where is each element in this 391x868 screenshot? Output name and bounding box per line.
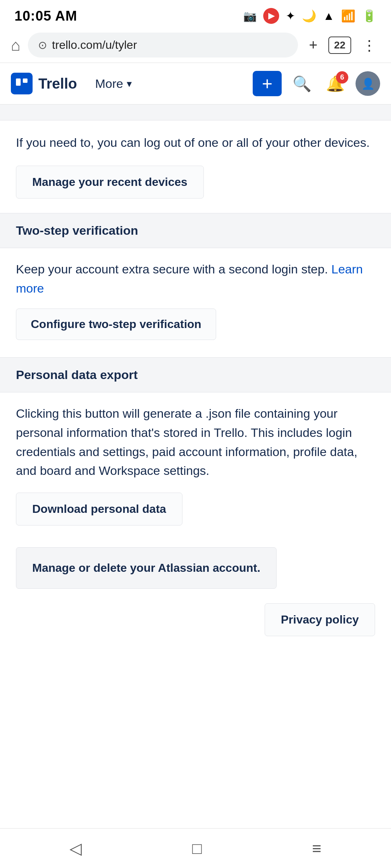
status-bar: 10:05 AM 📷 ▶ ✦ 🌙 ▲ 📶 🔋 — [0, 0, 391, 29]
android-nav: ◁ □ ≡ — [0, 828, 391, 868]
atlassian-account-button[interactable]: Manage or delete your Atlassian account. — [16, 547, 277, 589]
rec-icon: ▶ — [263, 8, 279, 24]
scrolled-section — [0, 105, 391, 120]
moon-icon: 🌙 — [302, 9, 316, 23]
wifi-icon: 📶 — [341, 9, 356, 23]
two-step-header: Two-step verification — [0, 213, 391, 248]
personal-data-header: Personal data export — [0, 357, 391, 392]
search-icon: 🔍 — [293, 75, 311, 92]
battery-icon: 🔋 — [362, 9, 377, 23]
back-button[interactable]: ◁ — [62, 832, 89, 865]
add-button[interactable]: + — [253, 71, 282, 96]
trello-logo: Trello — [11, 73, 77, 94]
download-personal-data-button[interactable]: Download personal data — [16, 493, 182, 526]
configure-verification-button[interactable]: Configure two-step verification — [16, 309, 216, 340]
trello-logo-text: Trello — [38, 76, 77, 92]
browser-menu-button[interactable]: ⋮ — [358, 35, 380, 55]
bluetooth-icon: ✦ — [286, 9, 295, 23]
home-nav-button[interactable]: □ — [185, 832, 209, 865]
svg-rect-1 — [23, 78, 28, 83]
privacy-section: Privacy policy — [0, 603, 391, 658]
tab-count[interactable]: 22 — [328, 37, 351, 54]
add-icon: + — [262, 73, 272, 94]
device-logout-text: If you need to, you can log out of one o… — [0, 120, 391, 162]
trello-logo-icon — [11, 73, 33, 94]
new-tab-button[interactable]: + — [305, 35, 321, 55]
svg-rect-0 — [16, 78, 21, 86]
browser-toolbar: ⌂ ⊙ trello.com/u/tyler + 22 ⋮ — [11, 33, 380, 58]
chevron-down-icon: ▾ — [127, 78, 132, 90]
browser-chrome: ⌂ ⊙ trello.com/u/tyler + 22 ⋮ — [0, 29, 391, 63]
two-step-description: Keep your account extra secure with a se… — [0, 248, 391, 306]
camera-icon: 📷 — [243, 10, 257, 22]
more-menu-button[interactable]: More ▾ — [88, 72, 139, 96]
status-time: 10:05 AM — [14, 8, 77, 24]
home-button[interactable]: ⌂ — [11, 36, 21, 54]
export-description: Clicking this button will generate a .js… — [0, 392, 391, 490]
privacy-policy-button[interactable]: Privacy policy — [265, 603, 375, 636]
more-label: More — [95, 77, 123, 91]
site-icon: ⊙ — [38, 39, 47, 51]
notifications-button[interactable]: 🔔 6 — [322, 71, 348, 96]
status-icons: 📷 ▶ ✦ 🌙 ▲ 📶 🔋 — [243, 8, 377, 24]
manage-devices-button[interactable]: Manage your recent devices — [16, 166, 204, 199]
avatar-image: 👤 — [361, 77, 375, 90]
address-bar[interactable]: ⊙ trello.com/u/tyler — [28, 33, 298, 58]
avatar[interactable]: 👤 — [356, 71, 380, 96]
page-content: If you need to, you can log out of one o… — [0, 105, 391, 698]
signal-icon: ▲ — [323, 9, 335, 23]
url-text: trello.com/u/tyler — [52, 38, 137, 52]
search-button[interactable]: 🔍 — [289, 71, 315, 96]
recents-button[interactable]: ≡ — [305, 832, 329, 865]
two-step-description-text: Keep your account extra secure with a se… — [16, 262, 331, 276]
notification-badge: 6 — [336, 71, 348, 84]
app-header: Trello More ▾ + 🔍 🔔 6 👤 — [0, 63, 391, 105]
